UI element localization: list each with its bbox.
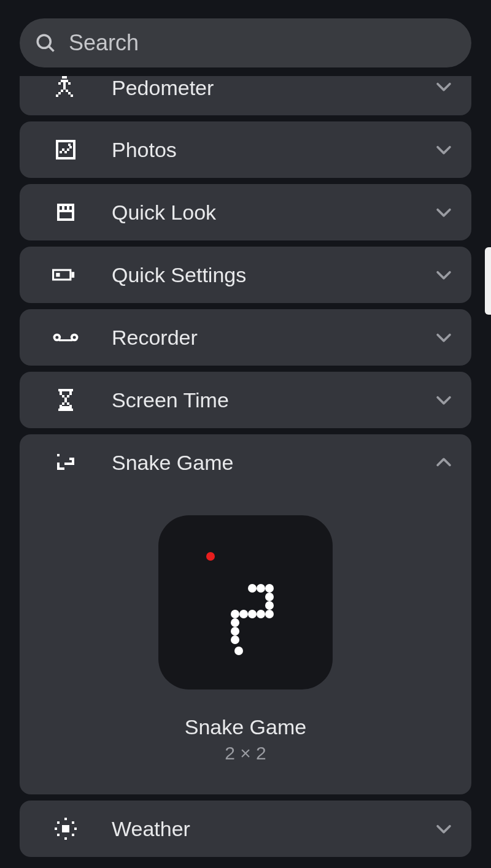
svg-point-0: [37, 35, 50, 48]
svg-rect-7: [58, 82, 61, 85]
svg-rect-27: [57, 218, 74, 221]
svg-rect-8: [68, 82, 71, 85]
svg-rect-14: [56, 94, 58, 97]
chevron-down-icon: [433, 202, 454, 223]
svg-rect-9: [63, 82, 66, 90]
item-label: Snake Game: [112, 451, 433, 475]
weather-icon: [20, 816, 112, 841]
list-item-recorder[interactable]: Recorder: [20, 309, 471, 366]
svg-rect-67: [64, 818, 67, 820]
svg-rect-48: [64, 398, 67, 402]
list-item-quick-look[interactable]: Quick Look: [20, 184, 471, 240]
svg-rect-59: [69, 463, 72, 465]
snake-body: [158, 515, 333, 689]
svg-line-1: [48, 46, 53, 51]
widget-title: Snake Game: [185, 715, 306, 739]
search-placeholder: Search: [69, 30, 139, 56]
svg-rect-50: [67, 402, 69, 405]
svg-rect-5: [63, 80, 66, 82]
svg-rect-71: [74, 828, 77, 830]
item-label: Quick Settings: [112, 263, 433, 287]
widget-list: Pedometer: [0, 76, 491, 857]
svg-rect-19: [73, 140, 75, 159]
svg-rect-72: [57, 834, 60, 836]
item-label: Weather: [112, 817, 433, 841]
list-item-weather[interactable]: Weather: [20, 801, 471, 857]
svg-rect-55: [69, 458, 72, 460]
svg-rect-2: [64, 76, 67, 79]
search-bar[interactable]: Search: [20, 18, 471, 67]
pedometer-icon: [20, 76, 112, 103]
svg-rect-76: [63, 826, 68, 831]
svg-rect-32: [67, 204, 69, 210]
svg-rect-60: [67, 463, 69, 465]
svg-point-39: [55, 336, 58, 339]
svg-rect-31: [62, 204, 64, 210]
list-item-photos[interactable]: Photos: [20, 121, 471, 178]
quick-look-icon: [20, 200, 112, 225]
svg-rect-3: [62, 76, 64, 79]
svg-rect-54: [57, 454, 60, 456]
svg-rect-17: [56, 157, 75, 159]
svg-rect-66: [62, 467, 64, 470]
chevron-down-icon: [433, 76, 454, 97]
svg-rect-30: [57, 210, 74, 212]
chevron-down-icon: [433, 327, 454, 348]
svg-rect-58: [72, 463, 74, 465]
svg-rect-23: [67, 148, 69, 151]
item-label: Screen Time: [112, 388, 433, 412]
quick-settings-icon: [20, 266, 112, 283]
item-label: Pedometer: [112, 76, 433, 100]
snake-widget-preview[interactable]: [158, 515, 333, 689]
svg-rect-15: [71, 94, 73, 97]
svg-rect-41: [59, 339, 72, 341]
svg-rect-25: [68, 144, 71, 146]
svg-rect-68: [57, 821, 60, 824]
chevron-down-icon: [433, 390, 454, 410]
svg-rect-35: [56, 273, 60, 277]
photos-icon: [20, 137, 112, 162]
svg-rect-21: [62, 148, 64, 151]
svg-rect-42: [58, 389, 73, 391]
chevron-down-icon: [433, 818, 454, 839]
svg-rect-46: [62, 395, 64, 398]
svg-rect-4: [61, 80, 63, 82]
svg-rect-24: [69, 146, 72, 148]
screen-time-icon: [20, 388, 112, 412]
svg-rect-6: [66, 80, 68, 82]
svg-rect-12: [58, 92, 61, 94]
svg-rect-22: [64, 151, 67, 153]
chevron-down-icon: [433, 264, 454, 285]
svg-rect-63: [57, 465, 60, 467]
svg-rect-16: [56, 140, 75, 142]
svg-rect-44: [60, 391, 62, 395]
svg-rect-53: [62, 406, 69, 409]
list-item-screen-time[interactable]: Screen Time: [20, 372, 471, 428]
svg-rect-74: [64, 837, 67, 840]
svg-rect-49: [62, 402, 64, 405]
svg-rect-57: [72, 460, 74, 463]
list-item-quick-settings[interactable]: Quick Settings: [20, 247, 471, 303]
svg-rect-13: [68, 92, 71, 94]
list-item-snake-game[interactable]: Snake Game: [20, 434, 471, 794]
search-icon: [34, 32, 56, 54]
svg-rect-45: [69, 391, 72, 395]
scroll-indicator[interactable]: [485, 247, 491, 315]
svg-rect-20: [60, 151, 62, 153]
recorder-icon: [20, 329, 112, 346]
list-item-pedometer[interactable]: Pedometer: [20, 76, 471, 115]
item-label: Photos: [112, 138, 433, 162]
svg-rect-51: [60, 405, 62, 409]
svg-rect-26: [57, 204, 74, 206]
svg-rect-18: [56, 140, 58, 159]
widget-expanded-content: Snake Game 2 × 2: [20, 491, 471, 794]
svg-rect-64: [57, 467, 60, 470]
svg-rect-43: [58, 409, 73, 411]
svg-rect-52: [69, 405, 72, 409]
widget-size: 2 × 2: [225, 743, 266, 764]
svg-rect-62: [57, 463, 60, 465]
svg-point-40: [73, 336, 76, 339]
chevron-up-icon: [433, 452, 454, 473]
svg-rect-61: [64, 463, 67, 465]
svg-rect-70: [55, 828, 57, 830]
